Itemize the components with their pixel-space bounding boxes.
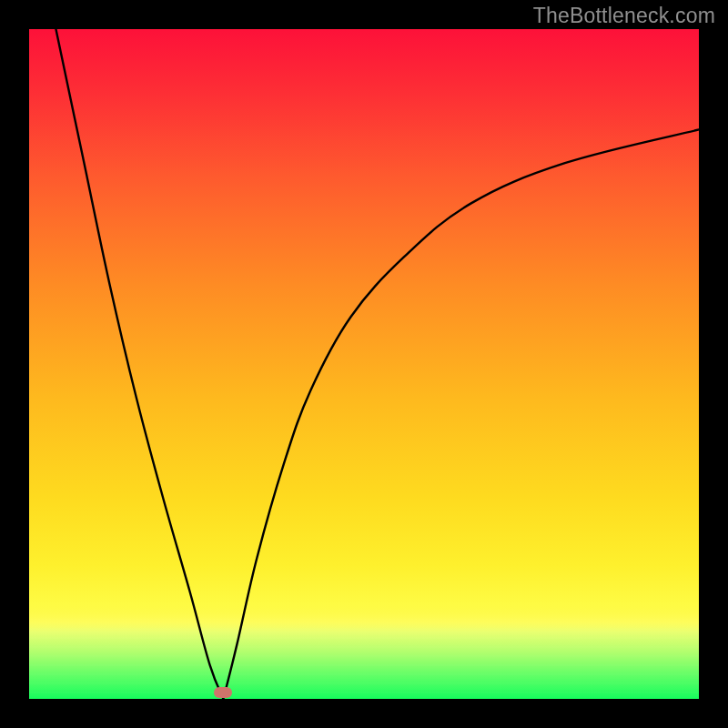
bottleneck-curve bbox=[29, 29, 699, 699]
plot-area bbox=[29, 29, 699, 699]
minimum-marker bbox=[214, 687, 232, 698]
curve-path bbox=[56, 29, 699, 699]
chart-frame: TheBottleneck.com bbox=[0, 0, 728, 728]
watermark-text: TheBottleneck.com bbox=[533, 4, 715, 28]
